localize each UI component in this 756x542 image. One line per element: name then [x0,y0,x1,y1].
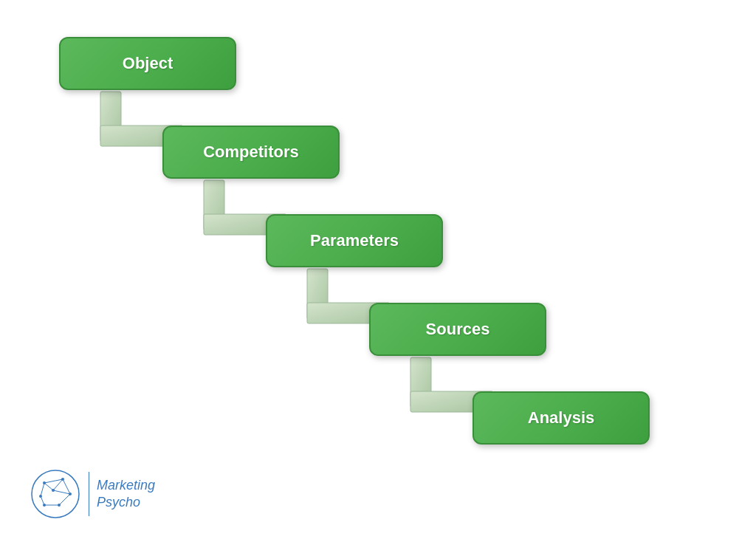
svg-point-12 [32,470,79,518]
step-sources: Sources [369,303,546,356]
label-object: Object [123,54,173,73]
step-competitors: Competitors [162,126,340,179]
svg-rect-0 [100,92,121,142]
box-analysis: Analysis [472,391,650,445]
svg-rect-9 [410,357,431,408]
label-sources: Sources [426,320,490,339]
svg-rect-3 [204,180,224,230]
step-parameters: Parameters [266,214,443,267]
svg-line-24 [41,496,44,505]
arrows-svg [44,22,709,524]
label-analysis: Analysis [528,408,595,428]
logo-icon [30,468,81,520]
box-object: Object [59,37,236,90]
label-parameters: Parameters [310,231,399,250]
logo-area: Marketing Psycho [30,468,155,520]
svg-line-25 [41,483,44,496]
svg-line-26 [44,483,53,490]
logo-line1: Marketing [97,478,155,493]
logo-divider [89,472,89,516]
box-sources: Sources [369,303,546,356]
svg-line-28 [53,490,70,494]
label-competitors: Competitors [203,143,299,162]
box-competitors: Competitors [162,126,340,179]
logo-line2: Psycho [97,495,140,510]
logo-text: Marketing Psycho [97,477,155,512]
step-object: Object [59,37,236,90]
step-analysis: Analysis [472,391,650,445]
svg-line-21 [63,479,70,494]
svg-line-22 [59,494,70,505]
svg-rect-6 [307,269,328,319]
diagram-container: Object Competitors Parameters Sources An… [44,22,709,524]
box-parameters: Parameters [266,214,443,267]
